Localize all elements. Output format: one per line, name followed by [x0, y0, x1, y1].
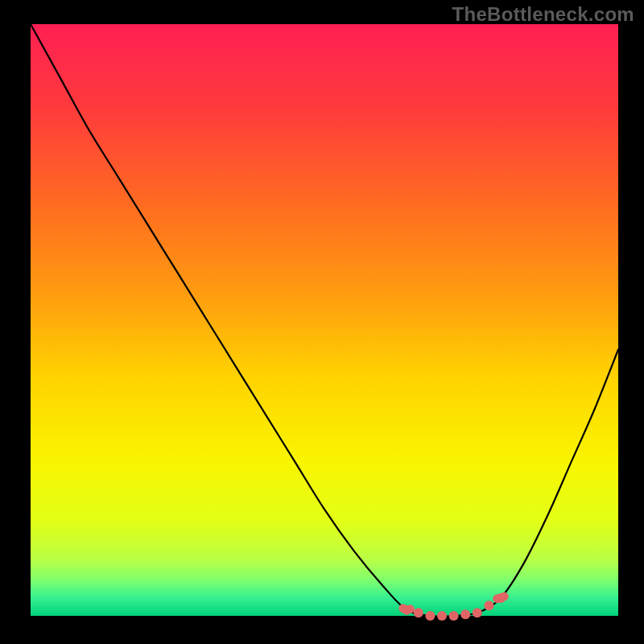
svg-point-7	[484, 601, 493, 610]
bottleneck-chart	[0, 0, 644, 644]
svg-point-2	[425, 611, 435, 621]
watermark-label: TheBottleneck.com	[452, 3, 634, 26]
svg-point-6	[473, 608, 482, 617]
plot-background	[31, 24, 618, 616]
svg-point-3	[437, 611, 447, 621]
svg-point-10	[406, 605, 415, 613]
svg-point-12	[500, 592, 509, 601]
svg-point-5	[460, 609, 470, 619]
svg-point-4	[449, 611, 459, 621]
svg-point-1	[414, 608, 423, 617]
